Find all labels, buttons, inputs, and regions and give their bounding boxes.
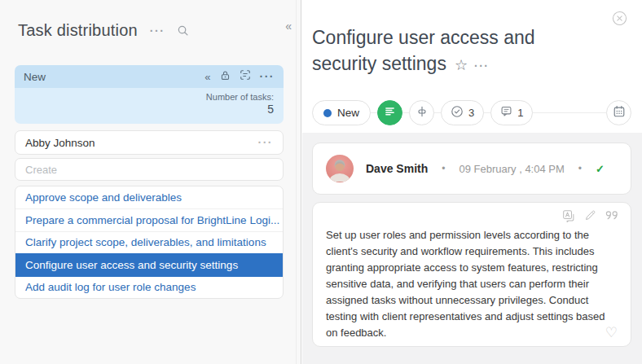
board-more-icon[interactable]: ···: [150, 25, 165, 37]
schedule-button[interactable]: [606, 100, 631, 125]
comments-area: Dave Smith • 09 February , 4:04 PM • ✓ S…: [302, 133, 642, 364]
task-description: Set up user roles and permission levels …: [326, 227, 609, 341]
task-row[interactable]: Configure user access and security setti…: [15, 253, 283, 275]
task-board-panel: Task distribution ··· « New « ··· Number…: [0, 0, 301, 364]
task-count-value: 5: [24, 103, 274, 116]
translate-icon[interactable]: [562, 209, 576, 223]
assignee-name: Abby Johnson: [25, 137, 95, 149]
task-row-label: Clarify project scope, deliverables, and…: [25, 236, 266, 248]
checklist-count: 3: [468, 107, 474, 119]
group-card-new: New « ··· Number of tasks: 5: [15, 65, 284, 124]
column-divider: [296, 0, 297, 364]
star-icon[interactable]: ☆: [455, 57, 468, 73]
status-dot-icon: [323, 109, 332, 117]
task-row[interactable]: Approve scope and deliverables: [15, 186, 283, 208]
task-list: Approve scope and deliverables Prepare a…: [15, 186, 284, 299]
heart-icon[interactable]: ♡: [605, 326, 618, 340]
check-circle-icon: [451, 105, 464, 121]
task-detail-panel: Configure user access and security setti…: [302, 0, 642, 364]
scan-icon[interactable]: [240, 69, 251, 84]
task-row-label: Prepare a commercial proposal for Bright…: [25, 214, 279, 226]
comments-count: 1: [517, 107, 523, 119]
panel-collapse-icon[interactable]: «: [285, 20, 292, 33]
group-more-icon[interactable]: ···: [260, 71, 275, 82]
quote-icon[interactable]: [605, 209, 619, 223]
group-summary: Number of tasks: 5: [15, 88, 284, 124]
meta-separator: •: [442, 163, 445, 174]
create-task-field[interactable]: [15, 158, 284, 181]
task-toolbar: New 3 1: [312, 100, 631, 125]
task-title: Configure user access and security setti…: [312, 24, 586, 78]
assignee-more-icon[interactable]: ···: [258, 137, 274, 148]
comment-check-icon: ✓: [596, 163, 605, 175]
meta-separator: •: [578, 163, 582, 174]
status-pill[interactable]: New: [312, 100, 371, 125]
edit-pencil-icon[interactable]: [584, 209, 596, 223]
comment-timestamp: 09 February , 4:04 PM: [459, 163, 564, 175]
task-row-label: Add audit log for user role changes: [25, 281, 196, 293]
group-collapse-icon[interactable]: «: [204, 72, 210, 82]
assignee-card[interactable]: Abby Johnson ···: [15, 130, 284, 155]
task-count-label: Number of tasks:: [24, 92, 274, 102]
lock-icon[interactable]: [220, 69, 231, 84]
close-icon[interactable]: [612, 11, 627, 26]
description-tab[interactable]: [377, 100, 402, 125]
create-task-input[interactable]: [25, 164, 273, 176]
status-label: New: [337, 107, 359, 119]
comments-pill[interactable]: 1: [490, 100, 533, 125]
title-more-icon[interactable]: ···: [474, 59, 490, 72]
description-card: Set up user roles and permission levels …: [312, 202, 631, 347]
description-lines-icon: [384, 105, 396, 121]
comment-bubble-icon: [500, 105, 512, 121]
process-tab[interactable]: [409, 100, 434, 125]
comment-card[interactable]: Dave Smith • 09 February , 4:04 PM • ✓: [312, 143, 631, 195]
task-row[interactable]: Clarify project scope, deliverables, and…: [15, 231, 283, 253]
group-name: New: [24, 71, 46, 83]
search-icon[interactable]: [177, 24, 189, 37]
process-icon: [416, 105, 429, 121]
board-title: Task distribution: [18, 21, 138, 40]
calendar-icon: [613, 105, 626, 121]
task-row-label: Approve scope and deliverables: [25, 191, 182, 204]
avatar[interactable]: [326, 155, 354, 182]
comment-author[interactable]: Dave Smith: [366, 162, 428, 175]
task-row-label: Configure user access and security setti…: [25, 259, 238, 271]
task-row[interactable]: Prepare a commercial proposal for Bright…: [15, 208, 283, 230]
checklist-pill[interactable]: 3: [441, 100, 484, 125]
group-header[interactable]: New « ···: [15, 65, 284, 88]
task-row[interactable]: Add audit log for user role changes: [15, 276, 283, 298]
